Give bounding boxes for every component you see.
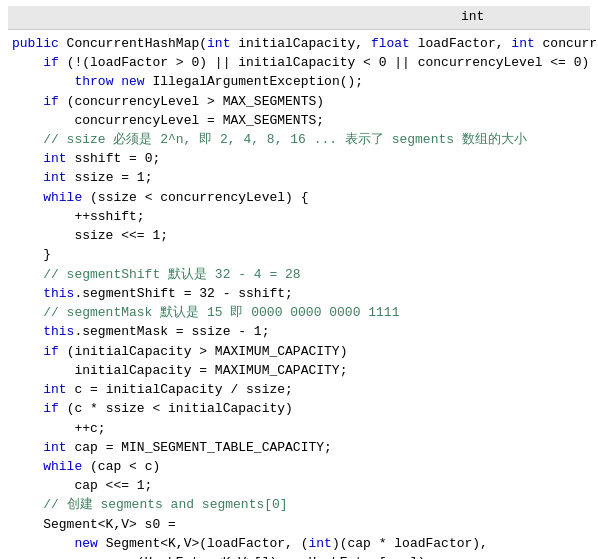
code-line-28: (HashEntry<K,V>[])new HashEntry[cap]); [12, 553, 586, 559]
code-line-6: // ssize 必须是 2^n, 即 2, 4, 8, 16 ... 表示了 … [12, 130, 586, 149]
code-line-16: this.segmentMask = ssize - 1; [12, 322, 586, 341]
code-line-1: public ConcurrentHashMap(int initialCapa… [12, 34, 586, 53]
code-line-18: initialCapacity = MAXIMUM_CAPACITY; [12, 361, 586, 380]
code-line-27: new Segment<K,V>(loadFactor, (int)(cap *… [12, 534, 586, 553]
code-line-10: ++sshift; [12, 207, 586, 226]
code-line-14: this.segmentShift = 32 - sshift; [12, 284, 586, 303]
code-line-12: } [12, 245, 586, 264]
code-line-13: // segmentShift 默认是 32 - 4 = 28 [12, 265, 586, 284]
code-line-21: ++c; [12, 419, 586, 438]
code-line-7: int sshift = 0; [12, 149, 586, 168]
code-line-24: cap <<= 1; [12, 476, 586, 495]
code-line-19: int c = initialCapacity / ssize; [12, 380, 586, 399]
top-bar: int [8, 6, 590, 30]
code-line-8: int ssize = 1; [12, 168, 586, 187]
code-line-4: if (concurrencyLevel > MAX_SEGMENTS) [12, 92, 586, 111]
code-line-26: Segment<K,V> s0 = [12, 515, 586, 534]
code-line-3: throw new IllegalArgumentException(); [12, 72, 586, 91]
code-line-11: ssize <<= 1; [12, 226, 586, 245]
top-bar-text: int [461, 8, 484, 27]
code-line-25: // 创建 segments and segments[0] [12, 495, 586, 514]
code-line-20: if (c * ssize < initialCapacity) [12, 399, 586, 418]
code-line-17: if (initialCapacity > MAXIMUM_CAPACITY) [12, 342, 586, 361]
code-line-22: int cap = MIN_SEGMENT_TABLE_CAPACITY; [12, 438, 586, 457]
code-line-5: concurrencyLevel = MAX_SEGMENTS; [12, 111, 586, 130]
code-line-2: if (!(loadFactor > 0) || initialCapacity… [12, 53, 586, 72]
code-block: public ConcurrentHashMap(int initialCapa… [8, 30, 590, 559]
code-container: int public ConcurrentHashMap(int initial… [0, 0, 598, 559]
code-line-23: while (cap < c) [12, 457, 586, 476]
code-line-15: // segmentMask 默认是 15 即 0000 0000 0000 1… [12, 303, 586, 322]
code-line-9: while (ssize < concurrencyLevel) { [12, 188, 586, 207]
